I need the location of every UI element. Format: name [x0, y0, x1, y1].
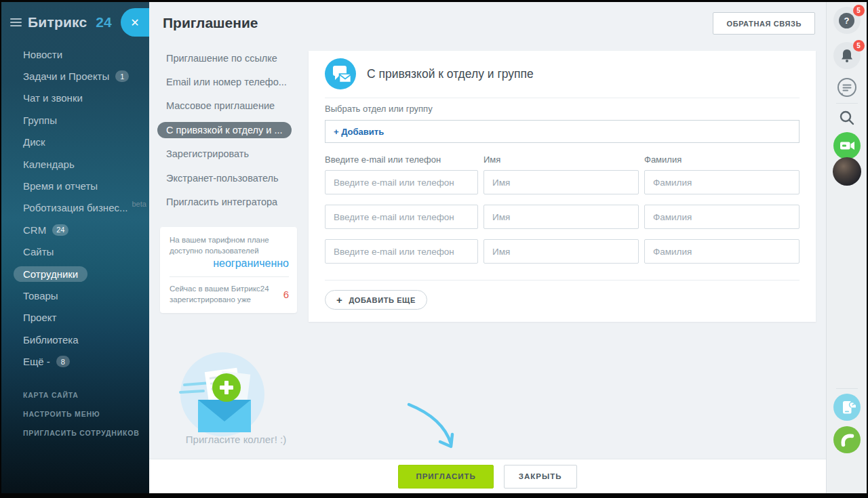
tariff-plan-value: неограниченно: [170, 257, 289, 270]
email-column-label: Введите e-mail или телефон: [325, 154, 478, 165]
tab-extranet-user[interactable]: Экстранет-пользователь: [166, 166, 292, 190]
invitation-panel: Приглашение ОБРАТНАЯ СВЯЗЬ Приглашение п…: [149, 2, 826, 493]
email-input-1[interactable]: [325, 170, 478, 194]
lastname-input-1[interactable]: [644, 170, 800, 194]
column-labels: Введите e-mail или телефон Имя Фамилия: [325, 154, 800, 165]
telephony-button[interactable]: [833, 426, 861, 453]
add-department-link[interactable]: + Добавить: [334, 127, 384, 137]
invite-button[interactable]: ПРИГЛАСИТЬ: [398, 465, 493, 489]
tab-invite-by-link[interactable]: Приглашение по ссылке: [166, 46, 292, 70]
name-input-3[interactable]: [484, 239, 639, 264]
search-button[interactable]: [837, 108, 857, 131]
page-title: Приглашение: [163, 15, 258, 31]
tab-mass-invitation[interactable]: Массовое приглашение: [166, 94, 292, 118]
video-camera-icon: [836, 135, 858, 157]
sidebar-item-calendar[interactable]: Календарь: [23, 153, 145, 175]
sidebar-item-products[interactable]: Товары: [23, 285, 145, 306]
name-input-1[interactable]: [484, 170, 639, 194]
help-icon: ?: [839, 13, 854, 28]
tariff-plan-text: На вашем тарифном плане доступно пользов…: [170, 235, 289, 256]
form-title: С привязкой к отделу и группе: [367, 67, 534, 81]
invite-row-2: [325, 205, 800, 229]
sidebar-item-employees[interactable]: Сотрудники: [23, 263, 145, 285]
name-input-2[interactable]: [484, 205, 639, 229]
tab-invite-integrator[interactable]: Пригласить интегратора: [166, 190, 292, 213]
chat-lines-icon: [834, 75, 860, 101]
sidebar-item-chat[interactable]: Чат и звонки: [23, 87, 145, 109]
logo: Битрикс 24: [10, 14, 112, 30]
sidebar-item-tasks[interactable]: Задачи и Проекты1: [23, 65, 145, 87]
mobile-app-button[interactable]: [833, 394, 861, 421]
mobile-phone-icon: [836, 396, 858, 418]
sidebar-item-time-reports[interactable]: Время и отчеты: [23, 175, 145, 196]
sidebar-item-more[interactable]: Ещё -8: [23, 350, 145, 372]
feedback-chat-button[interactable]: [834, 75, 860, 104]
app-window: Битрикс 24 Новости Задачи и Проекты1 Чат…: [0, 0, 868, 498]
tasks-count-badge: 1: [115, 70, 129, 82]
sidebar-item-rpa[interactable]: Роботизация бизнес...beta: [23, 197, 145, 219]
video-call-button[interactable]: [833, 132, 861, 159]
select-department-label: Выбрать отдел или группу: [325, 104, 800, 114]
feedback-button[interactable]: ОБРАТНАЯ СВЯЗЬ: [713, 12, 815, 35]
sidebar-item-groups[interactable]: Группы: [23, 109, 145, 131]
close-icon: ✕: [130, 16, 139, 29]
user-avatar[interactable]: [833, 157, 861, 186]
registered-users-count: 6: [283, 289, 289, 300]
invite-row-3: [325, 239, 800, 264]
hint-arrow-icon: [403, 399, 471, 457]
sidebar-item-crm[interactable]: CRM24: [23, 219, 145, 241]
invite-employees-link[interactable]: ПРИГЛАСИТЬ СОТРУДНИКОВ: [23, 423, 140, 442]
help-button[interactable]: ? 5: [833, 7, 861, 34]
registered-users-text: Сейчас в вашем Битрикс24 зарегистрирован…: [170, 284, 271, 305]
hamburger-menu-icon[interactable]: [10, 18, 22, 26]
add-more-button[interactable]: + ДОБАВИТЬ ЕЩЕ: [325, 290, 427, 310]
brand-name: Битрикс: [28, 14, 87, 30]
sitemap-link[interactable]: КАРТА САЙТА: [23, 386, 140, 404]
lastname-input-3[interactable]: [644, 239, 800, 264]
sidebar-item-project[interactable]: Проект: [23, 307, 145, 329]
close-panel-button[interactable]: ✕: [121, 8, 149, 37]
envelope-plus-icon: [175, 358, 270, 439]
invite-caption: Пригласите коллег! :): [168, 434, 304, 445]
sidebar-item-sites[interactable]: Сайты: [23, 241, 145, 263]
beta-label: beta: [132, 200, 146, 208]
chat-envelope-icon: [325, 58, 356, 89]
sidebar: Битрикс 24 Новости Задачи и Проекты1 Чат…: [1, 2, 149, 493]
sidebar-menu: Новости Задачи и Проекты1 Чат и звонки Г…: [23, 43, 145, 373]
department-select-box[interactable]: + Добавить: [325, 120, 800, 143]
tab-department-group[interactable]: С привязкой к отделу и ...: [166, 118, 292, 142]
invite-form-card: С привязкой к отделу и группе Выбрать от…: [309, 51, 816, 322]
notifications-badge: 5: [853, 40, 865, 51]
notifications-button[interactable]: 5: [833, 42, 861, 69]
tab-register[interactable]: Зарегистрировать: [166, 142, 292, 166]
right-toolbar: ? 5 5: [826, 2, 867, 493]
close-button[interactable]: ЗАКРЫТЬ: [504, 465, 577, 489]
tariff-info-box: На вашем тарифном плане доступно пользов…: [160, 227, 297, 313]
sidebar-item-news[interactable]: Новости: [23, 43, 145, 65]
lastname-input-2[interactable]: [644, 205, 800, 229]
name-column-label: Имя: [484, 154, 639, 165]
sidebar-item-library[interactable]: Библиотека: [23, 329, 145, 350]
invite-row-1: [325, 170, 800, 194]
tab-email-or-phone[interactable]: Email или номер телефо...: [166, 70, 292, 94]
panel-footer: ПРИГЛАСИТЬ ЗАКРЫТЬ: [149, 459, 826, 493]
search-icon: [837, 108, 857, 128]
email-input-3[interactable]: [325, 239, 478, 264]
sidebar-footer-links: КАРТА САЙТА НАСТРОИТЬ МЕНЮ ПРИГЛАСИТЬ СО…: [23, 386, 140, 442]
phone-handset-icon: [836, 429, 858, 451]
lastname-column-label: Фамилия: [644, 154, 800, 165]
plus-icon: +: [336, 295, 342, 305]
invite-envelope-illustration: [180, 352, 264, 436]
help-badge: 5: [853, 5, 865, 16]
sidebar-item-disk[interactable]: Диск: [23, 131, 145, 153]
crm-count-badge: 24: [52, 224, 68, 236]
brand-number: 24: [96, 14, 111, 30]
email-input-2[interactable]: [325, 205, 478, 229]
configure-menu-link[interactable]: НАСТРОИТЬ МЕНЮ: [23, 404, 140, 423]
invitation-tabs: Приглашение по ссылке Email или номер те…: [166, 46, 292, 214]
more-count-badge: 8: [56, 356, 70, 367]
